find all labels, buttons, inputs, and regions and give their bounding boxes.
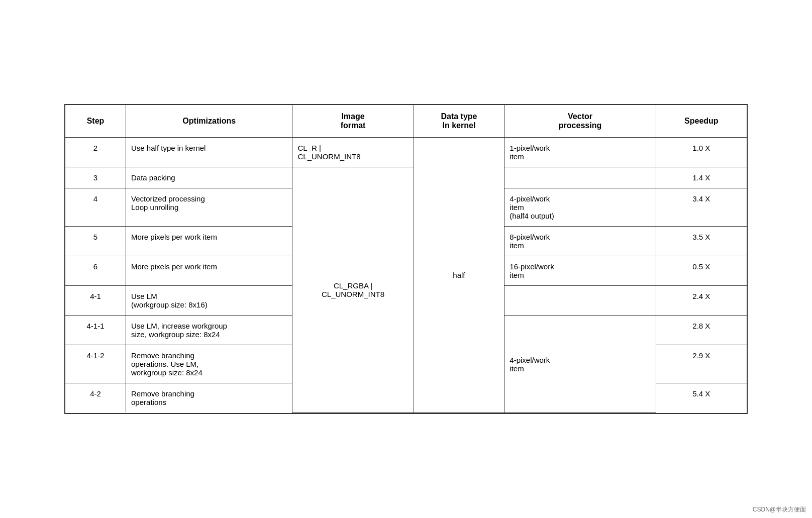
cell-speedup: 2.8 X <box>656 316 747 345</box>
cell-speedup: 3.5 X <box>656 227 747 256</box>
cell-step: 6 <box>65 256 126 286</box>
cell-step: 4-2 <box>65 383 126 413</box>
table-row: 3 Data packing CL_RGBA | CL_UNORM_INT8 1… <box>65 167 747 188</box>
cell-speedup: 5.4 X <box>656 383 747 413</box>
cell-step: 4-1-2 <box>65 345 126 383</box>
cell-speedup: 2.4 X <box>656 286 747 316</box>
table-row: 2 Use half type in kernel CL_R | CL_UNOR… <box>65 138 747 167</box>
cell-optimizations: Remove branching operations <box>126 383 292 413</box>
cell-image-format: CL_RGBA | CL_UNORM_INT8 <box>292 167 414 413</box>
cell-vector-processing <box>504 286 656 316</box>
cell-speedup: 3.4 X <box>656 188 747 227</box>
cell-step: 4 <box>65 188 126 227</box>
header-image-format: Imageformat <box>292 105 414 138</box>
cell-vector-processing: 4-pixel/work item <box>504 316 656 413</box>
cell-step: 2 <box>65 138 126 167</box>
cell-data-type: half <box>414 138 504 413</box>
cell-vector-processing <box>504 167 656 188</box>
cell-step: 3 <box>65 167 126 188</box>
cell-step: 5 <box>65 227 126 256</box>
optimization-table: Step Optimizations Imageformat Data type… <box>65 105 747 413</box>
cell-speedup: 1.0 X <box>656 138 747 167</box>
cell-vector-processing: 1-pixel/work item <box>504 138 656 167</box>
cell-optimizations: More pixels per work item <box>126 227 292 256</box>
cell-optimizations: Remove branching operations. Use LM, wor… <box>126 345 292 383</box>
header-data-type: Data typeIn kernel <box>414 105 504 138</box>
cell-speedup: 2.9 X <box>656 345 747 383</box>
cell-vector-processing: 8-pixel/work item <box>504 227 656 256</box>
cell-vector-processing: 16-pixel/work item <box>504 256 656 286</box>
cell-step: 4-1-1 <box>65 316 126 345</box>
watermark: CSDN@半块方便面 <box>753 505 806 514</box>
cell-speedup: 0.5 X <box>656 256 747 286</box>
header-vector-processing: Vectorprocessing <box>504 105 656 138</box>
cell-optimizations: More pixels per work item <box>126 256 292 286</box>
cell-optimizations: Vectorized processing Loop unrolling <box>126 188 292 227</box>
header-optimizations: Optimizations <box>126 105 292 138</box>
header-speedup: Speedup <box>656 105 747 138</box>
header-step: Step <box>65 105 126 138</box>
cell-optimizations: Use LM (workgroup size: 8x16) <box>126 286 292 316</box>
cell-vector-processing: 4-pixel/work item (half4 output) <box>504 188 656 227</box>
cell-optimizations: Use half type in kernel <box>126 138 292 167</box>
cell-optimizations: Data packing <box>126 167 292 188</box>
cell-optimizations: Use LM, increase workgroup size, workgro… <box>126 316 292 345</box>
cell-speedup: 1.4 X <box>656 167 747 188</box>
cell-image-format: CL_R | CL_UNORM_INT8 <box>292 138 414 167</box>
cell-step: 4-1 <box>65 286 126 316</box>
main-table-container: Step Optimizations Imageformat Data type… <box>64 104 748 414</box>
